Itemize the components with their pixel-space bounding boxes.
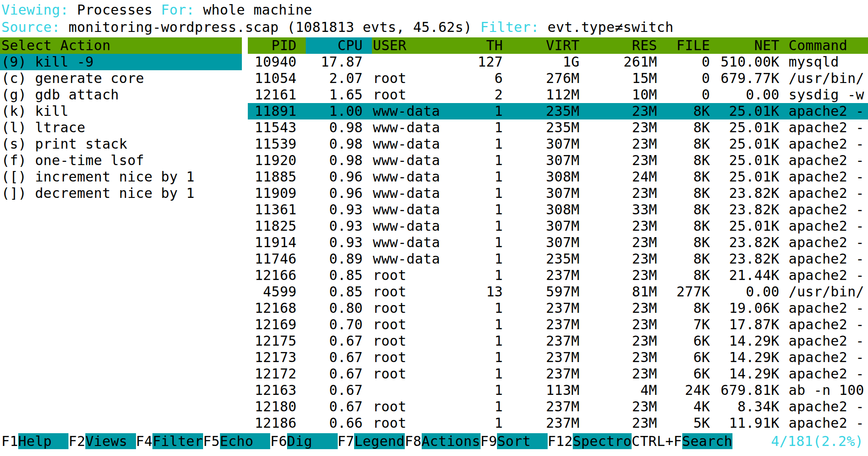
cell-virt: 237M (520, 267, 580, 284)
column-header-th[interactable]: TH (460, 37, 503, 54)
cell-virt: 307M (520, 136, 580, 152)
fkey-label-echo[interactable]: Echo (220, 433, 270, 449)
cell-net: 14.29K (716, 349, 779, 366)
process-row[interactable]: 121660.85root1237M23M8K21.44Kapache2 - (0, 267, 868, 284)
cell-net: 25.01K (716, 218, 779, 234)
cell-res: 23M (598, 251, 657, 267)
fkey-label-views[interactable]: Views (85, 433, 136, 449)
cell-pid: 10940 (248, 54, 297, 70)
cell-pid: 12169 (248, 316, 297, 333)
column-header-net[interactable]: NET (716, 37, 779, 54)
cell-res: 23M (598, 366, 657, 382)
process-row[interactable]: 115430.98www-data1235M23M8K25.01Kapache2… (0, 119, 868, 136)
process-row[interactable]: 121690.70root1237M23M7K17.87Kapache2 - (0, 316, 868, 333)
cell-file: 6K (662, 366, 710, 382)
cell-file: 7K (662, 316, 710, 333)
cell-user: www-data (373, 103, 457, 119)
process-row[interactable]: 117460.89www-data1235M23M8K23.82Kapache2… (0, 251, 868, 267)
process-row[interactable]: 121750.67root1237M23M6K14.29Kapache2 - (0, 333, 868, 349)
fkey-f6[interactable]: F6 (270, 433, 287, 449)
column-header-virt[interactable]: VIRT (520, 37, 580, 54)
process-row[interactable]: 45990.85root13597M81M277K0.00/usr/bin/ (0, 284, 868, 300)
process-row[interactable]: 121860.66root1237M23M5K11.91Kapache2 - (0, 415, 868, 431)
cell-virt: 113M (520, 382, 580, 399)
column-header-pid[interactable]: PID (248, 37, 297, 54)
cell-command: apache2 - (789, 136, 868, 152)
process-row[interactable]: 118911.00www-data1235M23M8K25.01Kapache2… (0, 103, 868, 119)
fkey-label-legend[interactable]: Legend (354, 433, 404, 449)
fkey-f8[interactable]: F8 (405, 433, 422, 449)
cell-cpu: 0.93 (303, 202, 363, 218)
cell-command: apache2 - (789, 103, 868, 119)
cell-pid: 12180 (248, 399, 297, 415)
cell-virt: 276M (520, 70, 580, 87)
cell-virt: 235M (520, 103, 580, 119)
fkey-f9[interactable]: F9 (481, 433, 497, 449)
source-line: Source: monitoring-wordpress.scap (10818… (1, 19, 674, 36)
fkey-label-actions[interactable]: Actions (422, 433, 481, 449)
fkey-f1[interactable]: F1 (1, 433, 18, 449)
cell-file: 8K (662, 136, 710, 152)
process-row[interactable]: 119200.98www-data1307M23M8K25.01Kapache2… (0, 152, 868, 169)
cell-user: root (373, 399, 457, 415)
process-row[interactable]: 118850.96www-data1308M24M8K25.01Kapache2… (0, 169, 868, 185)
process-row[interactable]: 115390.98www-data1307M23M8K25.01Kapache2… (0, 136, 868, 152)
fkey-f5[interactable]: F5 (203, 433, 220, 449)
column-header-file[interactable]: FILE (662, 37, 710, 54)
process-row[interactable]: 119090.96www-data1307M23M8K23.82Kapache2… (0, 185, 868, 202)
cell-command: apache2 - (789, 415, 868, 431)
cell-command: apache2 - (789, 349, 868, 366)
fkey-f7[interactable]: F7 (338, 433, 355, 449)
fkey-label-spectro[interactable]: Spectro (573, 433, 632, 449)
cell-file: 8K (662, 300, 710, 316)
cell-th: 1 (460, 251, 503, 267)
cell-res: 23M (598, 267, 657, 284)
fkey-ctrl-f[interactable]: CTRL+F (632, 433, 682, 449)
cell-net: 25.01K (716, 152, 779, 169)
fkey-label-dig[interactable]: Dig (287, 433, 337, 449)
cell-user: root (373, 415, 457, 431)
process-row[interactable]: 121730.67root1237M23M6K14.29Kapache2 - (0, 349, 868, 366)
cell-cpu: 0.98 (303, 152, 363, 169)
function-key-bar: F1Help F2Views F4FilterF5Echo F6Dig F7Le… (1, 433, 732, 450)
column-header-cpu[interactable]: CPU (303, 37, 363, 54)
process-row[interactable]: 113610.93www-data1308M33M8K23.82Kapache2… (0, 202, 868, 218)
cell-th: 1 (460, 119, 503, 136)
cell-virt: 1G (520, 54, 580, 70)
process-row[interactable]: 1094017.871271G261M0510.00Kmysqld (0, 54, 868, 70)
process-row[interactable]: 121800.67root1237M23M4K8.34Kapache2 - (0, 399, 868, 415)
cell-virt: 307M (520, 185, 580, 202)
process-row[interactable]: 118250.93www-data1307M23M8K25.01Kapache2… (0, 218, 868, 234)
process-row[interactable]: 119140.93www-data1307M23M8K23.82Kapache2… (0, 234, 868, 251)
fkey-f2[interactable]: F2 (68, 433, 85, 449)
cell-command: /usr/bin/ (789, 284, 868, 300)
fkey-label-sort[interactable]: Sort (497, 433, 547, 449)
process-row[interactable]: 121720.67root1237M23M6K14.29Kapache2 - (0, 366, 868, 382)
cell-net: 25.01K (716, 169, 779, 185)
process-row[interactable]: 110542.07root6276M15M0679.77K/usr/bin/ (0, 70, 868, 87)
viewing-label: Viewing: (1, 2, 77, 18)
column-header-user[interactable]: USER (373, 37, 457, 54)
column-header-res[interactable]: RES (598, 37, 657, 54)
fkey-f4[interactable]: F4 (136, 433, 153, 449)
fkey-f12[interactable]: F12 (548, 433, 573, 449)
process-row[interactable]: 121680.80root1237M23M8K19.06Kapache2 - (0, 300, 868, 316)
cell-command: apache2 - (789, 218, 868, 234)
column-header-command[interactable]: Command (789, 37, 868, 54)
cell-user: www-data (373, 234, 457, 251)
cell-pid: 12186 (248, 415, 297, 431)
fkey-label-help[interactable]: Help (18, 433, 68, 449)
cell-cpu: 0.93 (303, 234, 363, 251)
cell-file: 277K (662, 284, 710, 300)
cell-res: 23M (598, 218, 657, 234)
fkey-label-filter[interactable]: Filter (152, 433, 203, 449)
process-row[interactable]: 121611.65root2112M10M00.00sysdig -w (0, 87, 868, 103)
cell-th: 2 (460, 87, 503, 103)
cell-user: root (373, 300, 457, 316)
cell-command: apache2 - (789, 399, 868, 415)
selection-counter: 4/181(2.2%) (771, 433, 863, 450)
cell-net: 0.00 (716, 87, 779, 103)
fkey-label-search[interactable]: Search (682, 433, 732, 449)
cell-pid: 12166 (248, 267, 297, 284)
process-row[interactable]: 121630.671113M4M24K679.81Kab -n 100 (0, 382, 868, 399)
